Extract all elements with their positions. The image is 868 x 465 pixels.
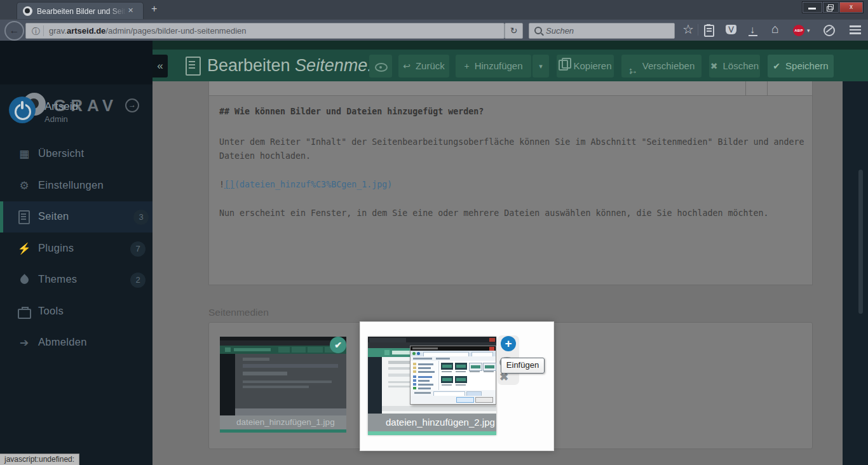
media-item-2[interactable]: dateien_hinzufügen_2.jpg xyxy=(368,337,496,435)
pages-count-badge: 3 xyxy=(133,210,149,225)
sign-out-icon: ➔ xyxy=(17,336,31,350)
sidebar-logo-area: GRAV → xyxy=(0,41,153,84)
open-site-arrow-icon[interactable]: → xyxy=(125,98,139,112)
globe-addon-icon[interactable] xyxy=(824,25,835,36)
tab-close-icon[interactable]: ✕ xyxy=(128,6,133,15)
eye-icon xyxy=(375,63,388,72)
adblock-abp-icon[interactable]: ABP xyxy=(793,25,804,36)
window-restore-button[interactable] xyxy=(822,1,839,13)
sidebar-item-themes[interactable]: Themes 2 xyxy=(0,264,153,295)
info-icon[interactable]: ⓘ xyxy=(32,26,40,37)
insert-media-button[interactable]: + xyxy=(501,336,516,351)
editor-toolbar xyxy=(209,81,812,96)
toolbar-separator xyxy=(745,81,746,95)
sidebar-item-einstellungen[interactable]: ⚙ Einstellungen xyxy=(0,170,153,201)
x-icon: ✖ xyxy=(710,61,718,71)
plus-icon: + xyxy=(464,61,469,71)
plug-icon: ⚡ xyxy=(17,242,31,256)
page-scroll-track[interactable] xyxy=(843,81,868,465)
media-thumbnail-image xyxy=(220,337,346,415)
page-title-doc-icon xyxy=(186,57,201,76)
themes-count-badge: 2 xyxy=(130,273,146,288)
browser-tab[interactable]: Bearbeiten Bilder und Seitenme ✕ xyxy=(17,2,144,20)
move-button[interactable]: ↔↕Verschieben xyxy=(621,55,702,78)
restore-icon xyxy=(828,4,834,10)
window-minimize-button[interactable] xyxy=(802,1,823,13)
sidebar-item-uebersicht[interactable]: ▦ Übersicht xyxy=(0,138,153,170)
url-text: grav.artseid.de/admin/pages/bilder-und-s… xyxy=(49,26,247,36)
hamburger-menu-icon[interactable] xyxy=(850,25,861,34)
browser-titlebar: Bearbeiten Bilder und Seitenme ✕ + x xyxy=(0,0,868,19)
page-title: Bearbeiten Seitenme... xyxy=(207,56,382,76)
page-scroll-thumb[interactable] xyxy=(858,170,863,314)
editor-paragraph-line: Dateien hochladen. xyxy=(219,151,311,161)
editor-image-link-line: ![](dateien_hinzuf%C3%BCgen_1.jpg) xyxy=(219,180,392,189)
grav-favicon-icon xyxy=(23,6,32,16)
media-item-1[interactable]: ✔ dateien_hinzufügen_1.jpg xyxy=(220,337,346,433)
section-label-seitenmedien: Seitenmedien xyxy=(208,307,269,318)
media-accent-strip xyxy=(220,429,346,433)
editor-heading-line: ## Wie können Bilder und Dateien hinzuge… xyxy=(219,107,484,116)
new-tab-button[interactable]: + xyxy=(151,3,157,15)
plugins-count-badge: 7 xyxy=(130,241,146,257)
reload-button[interactable]: ↻ xyxy=(505,23,523,39)
editor-paragraph-line: Nun erscheint ein Fenster, in dem Sie ei… xyxy=(219,208,769,218)
bookmark-star-icon[interactable]: ☆ xyxy=(682,24,694,35)
add-page-button[interactable]: +Hinzufügen xyxy=(456,55,531,78)
move-icon: ↔↕ xyxy=(628,61,639,71)
dashboard-grid-icon: ▦ xyxy=(17,147,31,161)
markdown-editor[interactable]: ## Wie können Bilder und Dateien hinzuge… xyxy=(208,81,813,285)
wrench-icon: ⚙ xyxy=(17,179,31,193)
search-input[interactable]: Suchen xyxy=(529,23,675,39)
preview-button[interactable] xyxy=(369,55,392,78)
media-filename: dateien_hinzufügen_1.jpg xyxy=(220,415,346,429)
user-role: Admin xyxy=(44,114,68,124)
copy-icon xyxy=(559,60,568,71)
check-icon: ✔ xyxy=(773,61,780,71)
pocket-icon[interactable]: ⋁ xyxy=(726,25,736,34)
browser-status-bar: javascript:undefined: xyxy=(0,454,79,465)
url-bar[interactable]: ⓘ grav.artseid.de/admin/pages/bilder-und… xyxy=(25,23,505,39)
sidebar-item-tools[interactable]: Tools xyxy=(0,296,153,327)
user-name: Artseid xyxy=(44,100,78,113)
briefcase-icon xyxy=(17,305,31,319)
tab-title: Bearbeiten Bilder und Seitenme xyxy=(37,7,126,16)
reading-list-icon[interactable] xyxy=(704,25,714,37)
url-separator xyxy=(43,25,44,36)
media-accent-strip xyxy=(368,431,496,435)
insert-tooltip: Einfügen xyxy=(501,358,545,374)
delete-button[interactable]: ✖Löschen xyxy=(709,55,760,78)
search-icon xyxy=(534,27,542,34)
tint-drop-icon xyxy=(17,273,31,287)
admin-topstrip xyxy=(153,41,868,50)
downloads-icon[interactable]: ↓ xyxy=(750,24,755,36)
chevron-down-icon: ▾ xyxy=(539,62,543,70)
adblock-caret-icon[interactable]: ▾ xyxy=(807,27,810,34)
media-filename: dateien_hinzufügen_2.jpg xyxy=(368,414,496,431)
media-thumbnail-image xyxy=(368,337,496,414)
save-button[interactable]: ✔Speichern xyxy=(768,55,834,78)
pages-file-icon xyxy=(17,210,31,224)
back-button[interactable]: ← xyxy=(4,21,24,41)
minimize-icon xyxy=(808,8,816,10)
toolbar-divider xyxy=(698,24,698,36)
copy-button[interactable]: Kopieren xyxy=(557,55,614,78)
sidebar-item-seiten[interactable]: Seiten 3 xyxy=(0,201,153,232)
sidebar-collapse-button[interactable]: « xyxy=(153,55,168,78)
sidebar-item-abmelden[interactable]: ➔ Abmelden xyxy=(0,327,153,358)
undo-icon: ↩ xyxy=(403,61,410,71)
sidebar-item-plugins[interactable]: ⚡ Plugins 7 xyxy=(0,233,153,264)
window-close-button[interactable]: x xyxy=(839,1,864,13)
back-to-pages-button[interactable]: ↩Zurück xyxy=(398,55,449,78)
editor-paragraph-line: Unter dem Reiter "Inhalt" der Seitenbear… xyxy=(219,137,804,147)
home-icon[interactable]: ⌂ xyxy=(771,23,779,34)
search-placeholder: Suchen xyxy=(546,26,574,36)
add-page-dropdown-button[interactable]: ▾ xyxy=(532,55,549,78)
toolbar-separator xyxy=(767,81,768,95)
file-open-dialog-mock xyxy=(410,346,496,405)
user-avatar xyxy=(9,97,36,123)
inserted-check-badge: ✔ xyxy=(330,337,346,353)
